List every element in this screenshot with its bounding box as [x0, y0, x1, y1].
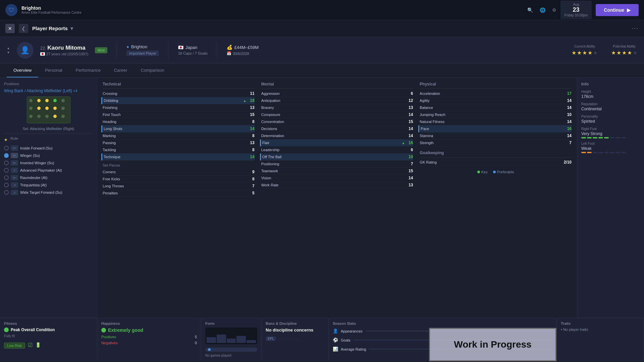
stat-val-corners: 9 [248, 170, 255, 174]
foot-seg-l5 [604, 152, 609, 153]
technical-section: Technical Crossing 11 Dribbling ▲ 18 Fin… [103, 82, 255, 197]
search-icon[interactable]: 🔍 [527, 7, 533, 13]
stat-off-the-ball: Off The Ball 10 [260, 154, 413, 161]
role-item-trequartista: -3 Trequartista (At) [4, 181, 93, 189]
stat-val-positioning: 7 [406, 162, 413, 166]
nav-icons: 🔍 🌐 ⚙ [527, 7, 556, 13]
role-radio[interactable] [4, 161, 9, 165]
tab-comparison[interactable]: Comparison [134, 64, 171, 77]
role-radio[interactable] [4, 175, 9, 180]
battery-icon: 🔋 [35, 342, 41, 348]
tabs: Overview Personal Performance Career Com… [0, 64, 644, 78]
goals-label: Goals [341, 338, 351, 342]
star-2: ★ [577, 50, 582, 56]
pitch-dot [45, 115, 49, 118]
stat-name-bravery: Bravery [261, 106, 407, 110]
role-radio-selected[interactable] [4, 153, 9, 158]
form-toggle[interactable] [205, 348, 257, 352]
foot-seg-l6 [610, 152, 614, 153]
fitness-circle-icon [4, 327, 9, 332]
bans-message: No discipline concerns [266, 327, 324, 333]
role-radio[interactable] [4, 190, 9, 195]
role-item-inside-forward: 3+ Inside Forward (Su) [4, 144, 93, 152]
role-radio[interactable] [4, 183, 9, 187]
role-name-inv-winger: Inverted Winger (Su) [20, 161, 54, 165]
stat-passing: Passing 13 [103, 139, 255, 146]
potential-ability-label: Potential Ability [613, 45, 636, 48]
role-radio[interactable] [4, 146, 9, 150]
role-item-winger: 3+ Winger (Su) [4, 152, 93, 159]
stat-long-shots: Long Shots 14 [101, 125, 255, 132]
date-info: Friday 16:00pm [565, 13, 588, 17]
stat-name-jumping-reach: Jumping Reach [420, 113, 565, 117]
tab-performance[interactable]: Performance [69, 64, 107, 77]
stat-finishing: Finishing 13 [103, 104, 255, 111]
height-value: 178cm [581, 94, 640, 99]
pitch-dot-active [45, 107, 49, 110]
stat-corners: Corners 9 [103, 169, 255, 176]
globe-icon[interactable]: 🌐 [540, 7, 545, 13]
secondary-nav: ✕ ❮ Player Reports ▾ ··· [0, 20, 644, 37]
role-radio[interactable] [4, 168, 9, 173]
risk-badge: Low Risk [4, 343, 25, 349]
gear-icon[interactable]: ⚙ [552, 7, 556, 13]
stat-val-dribbling: 18 [248, 98, 255, 103]
collapse-buttons[interactable]: ▲ ▼ [7, 46, 10, 54]
epl-label: EPL [266, 337, 276, 341]
happiness-panel: Happiness Extremely good Positives 5 Neg… [97, 318, 201, 361]
club-info: Brighton Amex Elite Football Performance… [21, 5, 82, 14]
stat-val-work-rate: 13 [406, 183, 413, 187]
form-bar [217, 335, 226, 343]
club-logo-icon: 🛡 [5, 4, 17, 16]
tab-overview[interactable]: Overview [7, 64, 38, 77]
stats-grid: Technical Crossing 11 Dribbling ▲ 18 Fin… [103, 82, 572, 197]
role-item-inv-winger: 3+ Inverted Winger (Su) [4, 159, 93, 167]
date-time: 16:00pm [575, 13, 588, 17]
stat-technique: Technique 14 [101, 154, 255, 161]
foot-seg-l3 [593, 152, 597, 153]
role-label: Role [10, 136, 18, 140]
form-graph [205, 327, 257, 344]
happiness-title: Happiness [101, 321, 197, 325]
stat-heading: Heading 8 [103, 118, 255, 125]
close-button[interactable]: ✕ [5, 24, 15, 33]
stat-val-balance: 14 [565, 105, 572, 110]
collapse-up-icon[interactable]: ▲ [7, 46, 10, 50]
stat-name-composure: Composure [261, 113, 407, 117]
stat-agility: Agility 14 [420, 97, 572, 104]
ability-section: Current Ability ★ ★ ★ ★ ★ Potential Abil… [572, 45, 637, 56]
fitness-status: Peak Overall Condition [4, 327, 93, 332]
collapse-down-icon[interactable]: ▼ [7, 51, 10, 54]
pstar-half: ★ [627, 50, 632, 56]
role-icon: 3+ [11, 160, 18, 166]
continue-button[interactable]: Continue ▶ [596, 4, 639, 16]
form-bar [247, 340, 256, 343]
role-icon: -2 [11, 190, 18, 195]
role-name-wide-target: Wide Target Forward (Su) [20, 190, 62, 194]
info-title: Info [581, 82, 640, 86]
japan-flag-icon [40, 52, 45, 56]
player-nation: Japan [185, 45, 197, 50]
bans-panel: Bans & Discipline No discipline concerns… [262, 318, 329, 361]
stat-val-bravery: 13 [406, 105, 413, 110]
calendar-icon: 📅 [227, 51, 231, 56]
tab-career[interactable]: Career [107, 64, 134, 77]
tab-personal[interactable]: Personal [38, 64, 69, 77]
mental-section: Mental Aggression 6 Anticipation 12 Brav… [261, 82, 413, 197]
more-options-button[interactable]: ··· [632, 25, 639, 32]
role-icon: 3+ [11, 145, 18, 151]
stat-val-flair: 16 [406, 140, 413, 145]
club-name: Brighton [21, 5, 82, 11]
back-button[interactable]: ❮ [19, 24, 28, 33]
pitch-dot [61, 99, 65, 102]
stat-name-gk-rating: GK Rating [420, 160, 564, 164]
foot-seg-l8 [621, 152, 626, 153]
role-name-winger: Winger (Su) [20, 154, 40, 158]
fitness-panel: Fitness Peak Overall Condition Fully fit… [0, 318, 97, 361]
right-foot-label: Right Foot [581, 127, 640, 131]
stat-name-crossing: Crossing [103, 92, 248, 96]
player-name: Kaoru Mitoma [47, 45, 85, 51]
stat-name-vision: Vision [261, 176, 407, 180]
stat-val-composure: 14 [406, 112, 413, 117]
legend-preferable: Preferable [493, 170, 514, 174]
